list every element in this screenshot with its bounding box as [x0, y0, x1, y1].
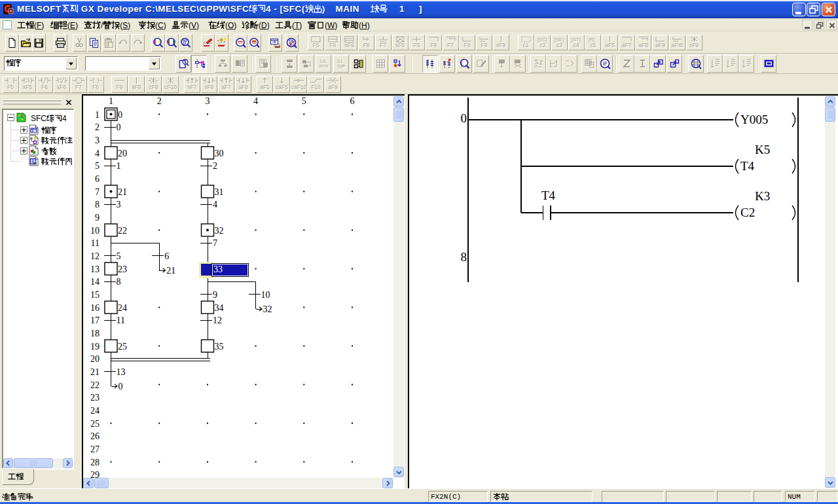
svg-text:14: 14 — [90, 277, 100, 287]
svg-text:2: 2 — [95, 122, 100, 132]
svg-text:26: 26 — [90, 431, 100, 441]
svg-text:[ST]: [ST] — [572, 37, 581, 43]
svg-text:27: 27 — [90, 444, 100, 454]
svg-text:10: 10 — [90, 226, 100, 236]
svg-text:9: 9 — [95, 213, 100, 223]
svg-text:22: 22 — [118, 226, 127, 236]
svg-text:28: 28 — [90, 458, 100, 467]
svg-text:4: 4 — [253, 96, 258, 106]
svg-text:30: 30 — [215, 149, 224, 158]
svg-text:11: 11 — [91, 238, 100, 248]
svg-text:18: 18 — [90, 329, 100, 338]
svg-text:20: 20 — [90, 354, 100, 364]
svg-text:4: 4 — [213, 200, 217, 209]
svg-text:34: 34 — [215, 303, 224, 313]
svg-text:Y005: Y005 — [740, 113, 768, 126]
svg-text:5: 5 — [302, 96, 306, 106]
svg-text:12: 12 — [90, 251, 100, 261]
svg-text:0: 0 — [117, 122, 121, 132]
svg-text:8: 8 — [117, 277, 121, 287]
svg-text:13: 13 — [90, 264, 100, 274]
svg-text:12: 12 — [183, 42, 187, 45]
svg-text:3: 3 — [206, 96, 210, 106]
svg-text:7: 7 — [95, 187, 100, 197]
svg-text:1: 1 — [109, 96, 113, 106]
svg-text:[SE]: [SE] — [555, 37, 564, 43]
svg-text:17: 17 — [90, 315, 100, 325]
svg-text:19: 19 — [90, 342, 100, 351]
svg-text:7: 7 — [213, 238, 217, 248]
svg-text:21: 21 — [90, 367, 100, 377]
svg-text:22: 22 — [90, 380, 100, 390]
svg-text:0: 0 — [118, 382, 123, 391]
svg-text:29: 29 — [90, 470, 100, 478]
svg-text:32: 32 — [215, 226, 224, 236]
svg-text:6: 6 — [164, 251, 169, 261]
svg-text:21: 21 — [118, 187, 127, 197]
svg-text:23: 23 — [118, 264, 127, 274]
svg-text:1: 1 — [95, 110, 100, 120]
svg-text:16: 16 — [90, 303, 100, 313]
svg-text:5: 5 — [95, 161, 100, 171]
svg-text:24: 24 — [90, 406, 100, 416]
svg-text:25: 25 — [90, 419, 100, 429]
svg-text:S1: S1 — [337, 59, 343, 63]
svg-text:35: 35 — [215, 342, 224, 351]
svg-text:31: 31 — [215, 187, 224, 197]
svg-text:25: 25 — [118, 342, 127, 351]
svg-text:23: 23 — [90, 393, 100, 403]
svg-text:24: 24 — [118, 303, 127, 313]
svg-text:10: 10 — [261, 290, 270, 300]
svg-text:0: 0 — [461, 111, 467, 125]
svg-text:K3: K3 — [755, 189, 770, 203]
svg-text:S9: S9 — [337, 64, 343, 69]
svg-text:K5: K5 — [755, 143, 770, 156]
svg-text:2: 2 — [213, 161, 217, 171]
svg-text:11: 11 — [117, 315, 125, 325]
svg-text:8: 8 — [95, 200, 100, 209]
svg-text:C2: C2 — [740, 206, 755, 219]
svg-text:0: 0 — [118, 110, 122, 120]
svg-text:T4: T4 — [740, 159, 755, 173]
svg-text:32: 32 — [263, 304, 272, 314]
svg-text:15: 15 — [90, 290, 100, 300]
svg-text:6: 6 — [350, 96, 355, 106]
svg-text:[SC]: [SC] — [537, 37, 547, 43]
svg-text:[R]: [R] — [589, 37, 595, 43]
svg-text:13: 13 — [117, 367, 126, 377]
svg-text:error: error — [319, 63, 329, 68]
svg-text:3: 3 — [95, 135, 100, 145]
svg-text:T4: T4 — [541, 189, 556, 202]
svg-text:6: 6 — [95, 174, 100, 184]
svg-text:9: 9 — [213, 290, 217, 300]
svg-text:2: 2 — [157, 96, 162, 106]
svg-text:8: 8 — [461, 250, 467, 264]
svg-text:3: 3 — [117, 200, 121, 209]
svg-text:20: 20 — [118, 149, 127, 158]
svg-text:5: 5 — [117, 251, 121, 261]
svg-text:21: 21 — [166, 266, 175, 276]
svg-text:33: 33 — [213, 264, 223, 274]
svg-text:1: 1 — [117, 161, 121, 171]
svg-text:12: 12 — [213, 315, 222, 325]
svg-text:4: 4 — [95, 149, 100, 158]
